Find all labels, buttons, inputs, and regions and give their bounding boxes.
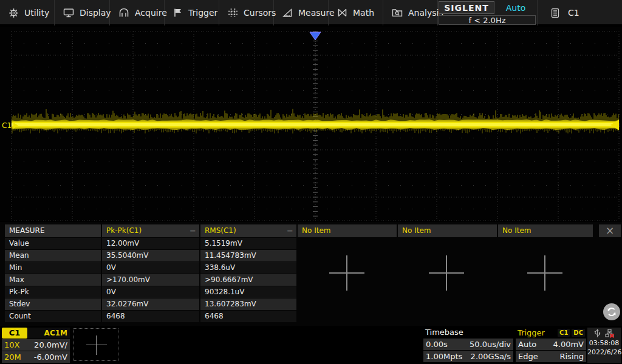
bottom-bar: C1 AC1M 10X 20.0mV/ 20M -6.00mV Timebase… [0,326,622,364]
menu-acquire-label: Acquire [135,8,167,18]
cursors-icon [228,8,238,18]
menu-utility-label: Utility [24,8,49,18]
timebase-title: Timebase [423,328,513,338]
add-measure-icon[interactable] [429,255,464,291]
measure-col-empty-3[interactable]: No Item [498,224,593,237]
remove-measure-icon[interactable]: − [190,224,196,237]
timebase-panel[interactable]: Timebase 0.00s 50.0us/div 1.00Mpts 2.00G… [423,328,513,363]
menu-measure[interactable]: Measure [274,0,329,25]
channel1-bandwidth: 20M [4,352,21,362]
trigger-position-marker[interactable] [310,32,321,40]
waveform-area[interactable]: C1 [0,27,622,221]
channel1-badge[interactable]: C1 [2,328,27,339]
brand-block: SIGLENT Auto f < 2.0Hz [439,0,537,25]
channel1-coupling: AC1M [44,329,70,337]
measure-panel: MEASURE Pk-Pk(C1) − RMS(C1) − No Item No… [0,222,622,326]
menu-cursors[interactable]: Cursors [219,0,274,25]
menu-trigger-label: Trigger [188,8,217,18]
trigger-mode: Auto [518,340,536,349]
trigger-panel[interactable]: Trigger C1 DC Auto 4.00mV Edge Rising [516,328,586,363]
channel-list-button[interactable]: C1 [537,0,622,25]
clock-date: 2022/6/26 [587,348,621,357]
menu-cursors-label: Cursors [244,8,276,18]
channel-list-label: C1 [568,8,579,18]
menu-analysis[interactable]: Analysis [383,0,438,25]
refresh-icon [606,306,618,318]
trigger-type: Edge [518,352,538,361]
folder-search-icon [392,8,403,18]
measure-panel-title: MEASURE [5,224,101,237]
menu-acquire[interactable]: Acquire [110,0,165,25]
measure-col-rms[interactable]: RMS(C1) − [200,224,296,237]
frequency-counter-box: f < 2.0Hz [439,15,536,25]
menu-trigger[interactable]: Trigger [165,0,219,25]
cycle-panel-button[interactable] [603,303,620,320]
oscilloscope-screen: Utility Display Acquire Trigger Cursors … [0,0,622,364]
add-channel-button[interactable] [73,328,118,361]
ruler-icon [282,8,293,18]
measure-col-empty-1[interactable]: No Item [298,224,397,237]
memory-depth: 1.00Mpts [426,352,462,361]
trigger-source-badge: C1 [558,329,570,337]
acquisition-status-badge: Auto [497,1,535,14]
menu-display-label: Display [80,8,111,18]
menu-display[interactable]: Display [55,0,110,25]
trigger-coupling-badge: DC [572,329,585,337]
measure-col-pkpk[interactable]: Pk-Pk(C1) − [102,224,199,237]
menu-math-label: Math [353,8,374,18]
channel1-panel[interactable]: C1 AC1M 10X 20.0mV/ 20M -6.00mV [2,328,70,363]
channel1-scale: 20.0mV/ [34,340,67,349]
channel1-offset: -6.00mV [34,352,67,362]
menu-utility[interactable]: Utility [0,0,55,25]
add-measure-icon[interactable] [329,255,364,291]
flag-icon [173,8,183,18]
menu-bar: Utility Display Acquire Trigger Cursors … [0,0,622,25]
usb-icon [593,329,601,338]
menu-math[interactable]: Math [329,0,383,25]
trigger-slope: Rising [559,352,584,361]
measure-col-empty-2[interactable]: No Item [398,224,497,237]
status-panel: 03:58:08 2022/6/26 [587,328,621,363]
list-icon [551,8,559,18]
remove-measure-icon[interactable]: − [287,224,293,237]
waveform-display: C1 [0,27,622,221]
timebase-scale: 50.0us/div [470,340,511,349]
gear-icon [9,8,19,18]
timebase-delay: 0.00s [426,340,448,349]
trigger-title: Trigger [518,328,556,337]
siglent-logo: SIGLENT [439,1,494,14]
channel1-offset-marker[interactable]: C1 [2,121,12,130]
trigger-level: 4.00mV [553,340,584,349]
close-measure-icon[interactable]: × [599,224,621,237]
clock-time: 03:58:08 [587,339,621,348]
sample-rate: 2.00GSa/s [471,352,511,361]
acquire-icon [118,8,129,18]
frequency-readout: f < 2.0Hz [468,16,505,25]
lan-disconnected-icon [605,329,615,338]
add-measure-icon[interactable] [527,255,562,291]
bowtie-icon [337,8,347,18]
channel1-probe: 10X [4,340,19,349]
plus-icon [86,335,107,355]
monitor-icon [63,8,74,18]
